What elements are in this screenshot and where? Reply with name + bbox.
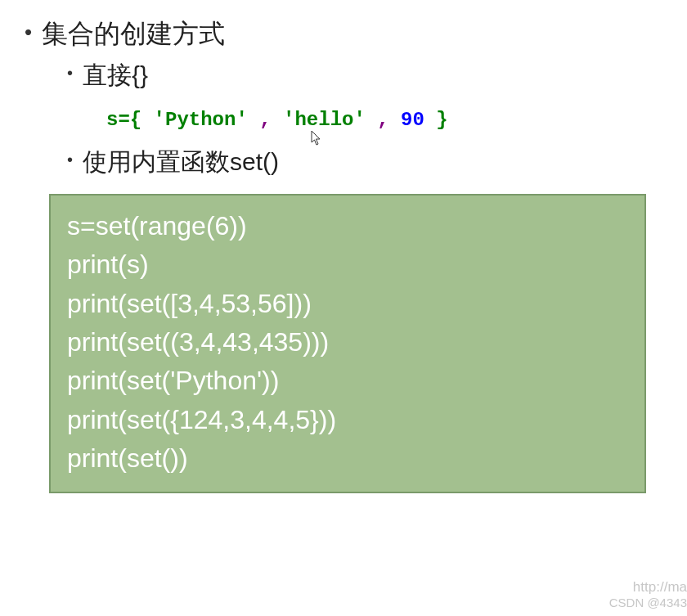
- watermark-line1: http://ma: [609, 578, 687, 596]
- code-line: print(set('Python')): [67, 362, 628, 400]
- bullet-l2b-text: 使用内置函数set(): [83, 146, 279, 179]
- bullet-level2-b: • 使用内置函数set(): [67, 146, 662, 179]
- watermark: http://ma CSDN @4343: [609, 578, 687, 611]
- bullet-dot-icon: •: [67, 151, 73, 169]
- code-seg: 'Python': [154, 109, 248, 131]
- code-seg: }: [424, 109, 448, 131]
- code-line: print(s): [67, 245, 628, 284]
- slide-content: • 集合的创建方式 • 直接{} s={ 'Python' , 'hello' …: [0, 0, 687, 510]
- code-block: s=set(range(6)) print(s) print(set([3,4,…: [49, 194, 646, 493]
- bullet-dot-icon: •: [67, 64, 73, 83]
- code-seg: ,: [366, 109, 389, 131]
- code-line: s=set(range(6)): [67, 207, 628, 245]
- code-seg: s={: [106, 109, 154, 131]
- bullet-level1: • 集合的创建方式: [25, 16, 662, 52]
- code-line: print(set((3,4,43,435))): [67, 323, 628, 362]
- code-seg: ,: [248, 109, 283, 131]
- code-line: print(set()): [67, 439, 628, 478]
- bullet-dot-icon: •: [25, 20, 32, 45]
- bullet-l2a-text: 直接{}: [83, 59, 148, 92]
- code-seg: 'hello': [283, 109, 366, 131]
- code-seg: 90: [389, 109, 424, 131]
- bullet-level2-a: • 直接{}: [67, 59, 662, 92]
- code-line: print(set({124,3,4,4,5})): [67, 401, 628, 439]
- inline-code-example: s={ 'Python' , 'hello' , 90 }: [106, 109, 662, 131]
- watermark-line2: CSDN @4343: [609, 596, 687, 611]
- code-line: print(set([3,4,53,56])): [67, 285, 628, 323]
- bullet-l1-text: 集合的创建方式: [42, 16, 225, 52]
